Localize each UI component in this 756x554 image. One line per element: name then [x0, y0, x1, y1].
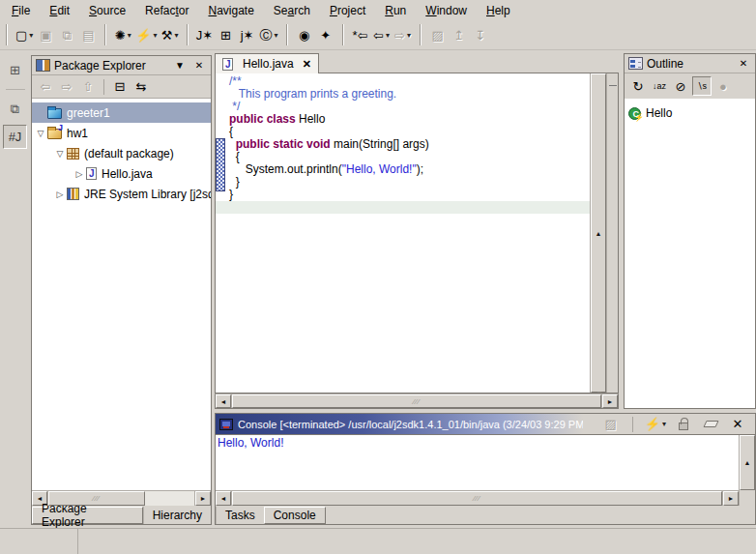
- main-toolbar: ▢▾▣⧉▤✺▾⚡▾⚒▾J✶⊞j✶Ⓒ▾◉✦*⇦⇦▾⇨▾▨↥↧: [0, 20, 756, 50]
- dropdown-arrow-icon[interactable]: ▾: [407, 31, 411, 40]
- last-edit-location-icon[interactable]: *⇦: [350, 23, 371, 46]
- expander-icon[interactable]: ▷: [53, 190, 67, 199]
- close-icon[interactable]: ✕: [736, 58, 751, 69]
- menu-run[interactable]: Run: [375, 2, 416, 19]
- vertical-scrollbar: ▲ ⁄⁄⁄ ▼: [590, 73, 606, 393]
- scrollbar-thumb[interactable]: ⁄⁄⁄: [48, 491, 145, 506]
- scrollbar-thumb[interactable]: ⁄⁄⁄: [232, 394, 601, 408]
- scroll-up-icon[interactable]: ▲: [591, 73, 606, 393]
- package-icon: [67, 148, 79, 160]
- expander-icon[interactable]: ▷: [73, 169, 86, 179]
- tree-item-hw1[interactable]: ▽hw1: [32, 123, 211, 143]
- tab-package-explorer[interactable]: Package Explorer: [32, 507, 143, 524]
- horizontal-scrollbar: ◄ ⁄⁄⁄ ►: [216, 490, 739, 506]
- tree-item-jre-system-library-j2sdk1-4[interactable]: ▷JRE System Library [j2sdk1.4: [32, 184, 211, 204]
- status-bar: [0, 528, 756, 554]
- launch-selector-icon[interactable]: ⚡▾: [645, 415, 666, 434]
- resource-perspective-icon[interactable]: ⧉: [3, 97, 27, 121]
- dropdown-arrow-icon[interactable]: ▾: [662, 420, 666, 428]
- collapse-all-icon[interactable]: ⊟: [110, 77, 130, 97]
- editor-tab-hello-java[interactable]: Hello.java ✕: [215, 53, 319, 73]
- menu-navigate[interactable]: Navigate: [198, 2, 263, 19]
- menu-help[interactable]: Help: [477, 2, 520, 19]
- console-titlebar: Console [<terminated> /usr/local/j2sdk1.…: [216, 414, 755, 434]
- range-indicator: [216, 138, 225, 191]
- new-scrapbook-icon[interactable]: j✶: [237, 23, 258, 46]
- go-into-top-level-icon[interactable]: ↻: [628, 76, 648, 96]
- clear-console-icon[interactable]: [701, 415, 720, 434]
- tab-tasks[interactable]: Tasks: [216, 507, 264, 524]
- status-bar-divider: [77, 529, 78, 554]
- scroll-right-icon[interactable]: ►: [602, 394, 618, 408]
- editor-text-area[interactable]: /** This program prints a greeting. */pu…: [216, 73, 590, 393]
- menu-project[interactable]: Project: [320, 2, 375, 19]
- dropdown-arrow-icon[interactable]: ▾: [29, 31, 33, 40]
- editor-area: Hello.java ✕ /** This program prints a g…: [215, 53, 619, 409]
- debug-icon[interactable]: ✺▾: [112, 23, 133, 46]
- back-icon: ⇦: [36, 77, 55, 97]
- hide-fields-icon[interactable]: ⊘: [671, 76, 690, 96]
- external-tools-icon[interactable]: ⚒▾: [160, 23, 181, 46]
- close-icon[interactable]: ✕: [191, 60, 207, 71]
- tab-console[interactable]: Console: [264, 507, 326, 524]
- search-icon[interactable]: ✦: [315, 23, 336, 46]
- dropdown-arrow-icon[interactable]: ▾: [386, 31, 390, 40]
- view-menu-icon[interactable]: ▼: [172, 60, 188, 71]
- tree-item-label: hw1: [67, 127, 88, 140]
- scroll-right-icon[interactable]: ►: [723, 491, 739, 506]
- editor-body: /** This program prints a greeting. */pu…: [215, 73, 619, 394]
- menu-search[interactable]: Search: [264, 2, 320, 19]
- expander-icon[interactable]: ▽: [53, 149, 67, 159]
- hide-static-icon[interactable]: ∖s: [692, 76, 712, 96]
- back-icon[interactable]: ⇦▾: [371, 23, 393, 46]
- expander-icon[interactable]: ▽: [34, 129, 47, 138]
- toolbar-group: ▢▾▣⧉▤: [14, 22, 99, 47]
- code-line: }: [216, 189, 590, 201]
- outline-tree: ⚡Hello: [625, 99, 755, 408]
- menu-source[interactable]: Source: [79, 2, 135, 19]
- menu-window[interactable]: Window: [416, 2, 477, 19]
- tree-item-greeter1[interactable]: greeter1: [32, 102, 211, 123]
- new-package-icon[interactable]: ⊞: [216, 23, 237, 46]
- java-file-icon: [86, 167, 97, 180]
- scroll-lock-icon[interactable]: [674, 415, 693, 434]
- outline-item-hello[interactable]: ⚡Hello: [628, 104, 751, 122]
- close-icon[interactable]: ✕: [303, 58, 311, 71]
- menu-edit[interactable]: Edit: [40, 2, 79, 19]
- tree-item-hello-java[interactable]: ▷Hello.java: [32, 163, 211, 184]
- tab-hierarchy[interactable]: Hierarchy: [143, 507, 211, 524]
- sort-icon[interactable]: ↓az: [650, 76, 669, 96]
- java-perspective-icon[interactable]: #J: [3, 125, 27, 149]
- dropdown-arrow-icon[interactable]: ▾: [275, 31, 278, 40]
- scrollbar-track[interactable]: ⁄⁄⁄: [47, 491, 195, 506]
- dropdown-arrow-icon[interactable]: ▾: [128, 31, 131, 40]
- console-output[interactable]: Hello, World!: [216, 435, 739, 490]
- new-java-project-icon[interactable]: J✶: [194, 23, 216, 46]
- scrollbar-track[interactable]: ⁄⁄⁄: [231, 491, 723, 506]
- new-class-icon[interactable]: Ⓒ▾: [258, 23, 280, 46]
- project-folder-icon: [47, 108, 62, 119]
- tree-item-label: JRE System Library [j2sdk1.4: [84, 188, 211, 201]
- scroll-left-icon[interactable]: ◄: [216, 394, 231, 408]
- open-type-icon[interactable]: ◉: [294, 23, 315, 46]
- scroll-up-icon[interactable]: ▲: [740, 435, 755, 490]
- package-explorer-titlebar: Package Explorer ▼ ✕: [32, 56, 211, 75]
- run-icon[interactable]: ⚡▾: [133, 23, 159, 46]
- disabled-tool-icon: ↥: [449, 23, 470, 46]
- overview-ruler[interactable]: [606, 73, 618, 393]
- new-wizard-icon[interactable]: ▢▾: [14, 23, 35, 46]
- dropdown-arrow-icon[interactable]: ▾: [154, 31, 158, 40]
- scrollbar-track[interactable]: ⁄⁄⁄: [231, 394, 602, 408]
- dropdown-arrow-icon[interactable]: ▾: [174, 31, 178, 40]
- tree-item-default-package[interactable]: ▽(default package): [32, 143, 211, 163]
- menu-refactor[interactable]: Refactor: [135, 2, 198, 19]
- close-icon[interactable]: ✕: [728, 415, 747, 434]
- save-icon: ▣: [35, 23, 56, 46]
- open-perspective-icon[interactable]: ⊞: [3, 58, 27, 82]
- vertical-scrollbar: ▲: [739, 435, 755, 490]
- scrollbar-thumb[interactable]: ⁄⁄⁄: [232, 491, 722, 506]
- scroll-right-icon[interactable]: ►: [195, 491, 211, 506]
- scroll-left-icon[interactable]: ◄: [216, 491, 231, 506]
- menu-file[interactable]: File: [2, 2, 40, 19]
- link-editor-icon[interactable]: ⇆: [131, 77, 151, 97]
